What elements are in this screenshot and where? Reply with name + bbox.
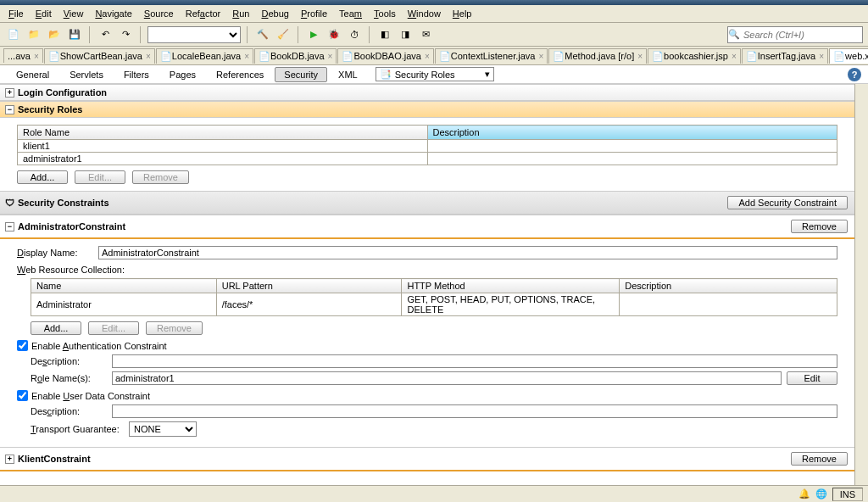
transport-select[interactable]: NONE: [129, 421, 197, 437]
global-search[interactable]: 🔍: [727, 26, 863, 43]
undo-icon[interactable]: ↶: [97, 26, 114, 43]
tab-method[interactable]: 📄Method.java [r/o]×: [548, 48, 647, 64]
expand-icon[interactable]: +: [5, 88, 14, 98]
table-row[interactable]: administrator1: [18, 153, 837, 165]
close-icon[interactable]: ×: [244, 52, 249, 61]
redo-icon[interactable]: ↷: [117, 26, 134, 43]
table-row[interactable]: Administrator /faces/* GET, POST, HEAD, …: [31, 293, 837, 316]
close-icon[interactable]: ×: [732, 52, 737, 61]
clean-build-icon[interactable]: 🧹: [275, 26, 292, 43]
tab-bookdb[interactable]: 📄BookDB.java×: [254, 48, 337, 64]
subtab-references[interactable]: References: [207, 67, 273, 82]
role-names-input[interactable]: [112, 371, 782, 385]
menu-navigate[interactable]: Navigate: [90, 7, 136, 20]
menu-tools[interactable]: Tools: [369, 7, 401, 20]
tab-contextlistener[interactable]: 📄ContextListener.java×: [435, 48, 548, 64]
menu-view[interactable]: View: [58, 7, 89, 20]
anchor-icon: 📑: [380, 69, 392, 80]
misc-icon-3[interactable]: ✉: [417, 26, 434, 43]
status-icon-1[interactable]: 🔔: [798, 488, 810, 499]
status-icon-2[interactable]: 🌐: [815, 488, 827, 499]
section-security-constraints[interactable]: 🛡 Security Constraints Add Security Cons…: [0, 191, 854, 215]
edit-role-button[interactable]: Edit...: [75, 170, 125, 184]
tab-ava[interactable]: ...ava×: [3, 48, 43, 63]
collapse-icon[interactable]: −: [5, 222, 14, 231]
tab-showcartbean[interactable]: 📄ShowCartBean.java×: [44, 48, 155, 64]
tab-bookcashier[interactable]: 📄bookcashier.jsp×: [648, 48, 741, 64]
subtab-filters[interactable]: Filters: [114, 67, 159, 82]
close-icon[interactable]: ×: [328, 52, 333, 61]
tab-webxml[interactable]: 📄web.xml×: [829, 48, 868, 64]
misc-icon-2[interactable]: ◨: [397, 26, 414, 43]
menu-source[interactable]: Source: [139, 7, 179, 20]
userdata-desc-input[interactable]: [112, 404, 837, 418]
edit-wrc-button[interactable]: Edit...: [88, 321, 139, 335]
table-row[interactable]: klient1: [18, 140, 837, 153]
open-project-icon[interactable]: 📂: [46, 26, 63, 43]
config-combo[interactable]: [147, 26, 241, 43]
misc-icon-1[interactable]: ◧: [376, 26, 393, 43]
subtab-servlets[interactable]: Servlets: [60, 67, 113, 82]
menu-help[interactable]: Help: [448, 7, 477, 20]
edit-roles-button[interactable]: Edit: [787, 371, 837, 385]
build-icon[interactable]: 🔨: [254, 26, 271, 43]
col-description[interactable]: Description: [620, 279, 837, 293]
remove-constraint-button[interactable]: Remove: [791, 220, 848, 233]
search-icon: 🔍: [728, 29, 740, 40]
help-icon[interactable]: ?: [848, 68, 861, 81]
new-file-icon[interactable]: 📄: [5, 26, 22, 43]
enable-auth-checkbox[interactable]: [17, 340, 28, 351]
menu-profile[interactable]: Profile: [296, 7, 332, 20]
display-name-input[interactable]: [98, 246, 837, 259]
expand-icon[interactable]: +: [5, 455, 14, 464]
menu-edit[interactable]: Edit: [31, 7, 57, 20]
tab-bookdbao[interactable]: 📄BookDBAO.java×: [337, 48, 433, 64]
subtab-security[interactable]: Security: [275, 67, 327, 82]
menu-run[interactable]: Run: [227, 7, 254, 20]
section-klient-constraint[interactable]: + KlientConstraint Remove: [0, 447, 854, 471]
col-role-name[interactable]: Role Name: [18, 126, 428, 140]
col-name[interactable]: Name: [31, 279, 217, 293]
close-icon[interactable]: ×: [34, 52, 39, 61]
auth-desc-input[interactable]: [112, 354, 837, 368]
close-icon[interactable]: ×: [819, 52, 824, 61]
close-icon[interactable]: ×: [146, 52, 151, 61]
subtab-pages[interactable]: Pages: [160, 67, 205, 82]
subtab-xml[interactable]: XML: [329, 67, 367, 82]
enable-userdata-checkbox[interactable]: [17, 390, 28, 401]
remove-klient-button[interactable]: Remove: [791, 452, 848, 466]
menu-window[interactable]: Window: [403, 7, 446, 20]
remove-role-button[interactable]: Remove: [132, 170, 189, 184]
col-description[interactable]: Description: [427, 126, 837, 140]
menu-team[interactable]: Team: [334, 7, 367, 20]
close-icon[interactable]: ×: [425, 52, 430, 61]
section-nav-combo[interactable]: 📑 Security Roles: [376, 67, 494, 81]
vertical-scrollbar[interactable]: [854, 84, 868, 485]
tab-inserttag[interactable]: 📄InsertTag.java×: [742, 48, 828, 64]
section-login-config[interactable]: + Login Configuration: [0, 84, 854, 101]
section-title: Security Constraints: [18, 198, 109, 208]
add-role-button[interactable]: Add...: [17, 170, 68, 184]
add-wrc-button[interactable]: Add...: [31, 321, 81, 335]
collapse-icon[interactable]: −: [5, 105, 14, 114]
add-constraint-button[interactable]: Add Security Constraint: [727, 196, 848, 209]
tab-localebean[interactable]: 📄LocaleBean.java×: [156, 48, 253, 64]
new-project-icon[interactable]: 📁: [25, 26, 42, 43]
close-icon[interactable]: ×: [538, 52, 543, 61]
profile-icon[interactable]: ⏱: [346, 26, 363, 43]
remove-wrc-button[interactable]: Remove: [146, 321, 203, 335]
col-url-pattern[interactable]: URL Pattern: [216, 279, 402, 293]
save-all-icon[interactable]: 💾: [66, 26, 83, 43]
menu-refactor[interactable]: Refactor: [181, 7, 226, 20]
section-security-roles[interactable]: − Security Roles: [0, 101, 854, 118]
constraints-icon: 🛡: [5, 198, 14, 208]
close-icon[interactable]: ×: [637, 52, 643, 61]
section-admin-constraint[interactable]: − AdministratorConstraint Remove: [0, 215, 854, 239]
menu-debug[interactable]: Debug: [256, 7, 293, 20]
debug-icon[interactable]: 🐞: [326, 26, 342, 43]
menu-file[interactable]: File: [3, 7, 29, 20]
run-icon[interactable]: ▶: [305, 26, 322, 43]
subtab-general[interactable]: General: [7, 67, 58, 82]
col-http-method[interactable]: HTTP Method: [402, 279, 620, 293]
search-input[interactable]: [740, 30, 862, 40]
